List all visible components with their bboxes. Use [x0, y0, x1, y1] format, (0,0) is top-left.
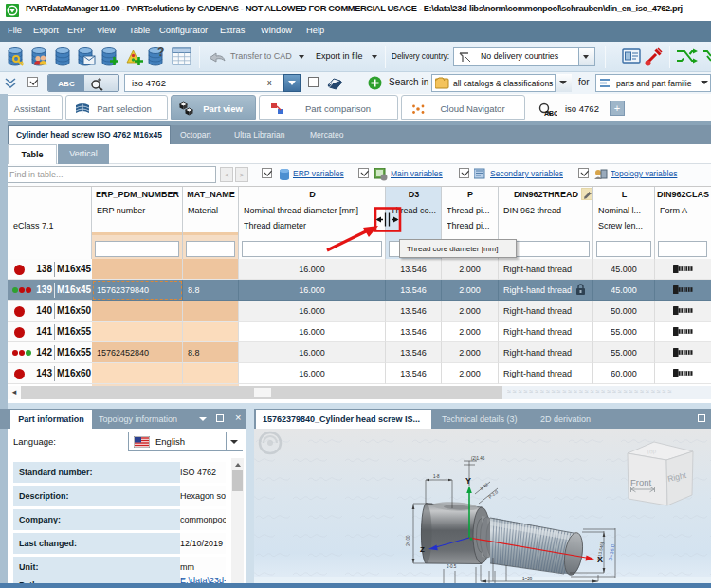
- svg-text:1-8: 1-8: [433, 474, 440, 479]
- svg-text:Front: Front: [630, 477, 652, 487]
- svg-text:(2)1.46: (2)1.46: [471, 456, 485, 461]
- svg-text:Z: Z: [420, 545, 425, 554]
- svg-text:2-0.5: 2-0.5: [447, 564, 457, 569]
- svg-text:24.00: 24.00: [406, 535, 410, 546]
- svg-text:ABC: ABC: [544, 110, 557, 117]
- svg-text:?: ?: [157, 46, 164, 59]
- svg-text:X: X: [597, 555, 603, 564]
- svg-text:Y: Y: [465, 476, 471, 486]
- svg-text:1=29: 1=29: [522, 577, 533, 581]
